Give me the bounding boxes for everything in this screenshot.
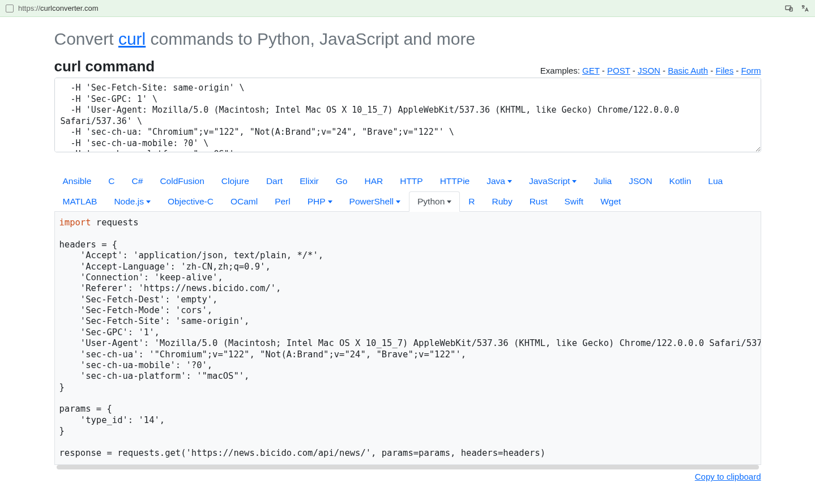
- tab-label: Perl: [275, 197, 291, 206]
- tab-label: R: [468, 197, 475, 206]
- tab-perl[interactable]: Perl: [266, 191, 299, 212]
- tab-http[interactable]: HTTP: [391, 171, 431, 191]
- tab-c-[interactable]: C#: [123, 171, 152, 191]
- tab-label: Go: [336, 176, 348, 186]
- browser-address-bar: https://curlconverter.com: [0, 0, 815, 17]
- tab-label: Wget: [600, 197, 621, 206]
- section-heading: curl command: [54, 58, 155, 75]
- url-scheme: https://: [18, 4, 40, 12]
- title-suffix: commands to Python, JavaScript and more: [146, 29, 475, 48]
- tab-label: OCaml: [231, 197, 258, 206]
- tab-wget[interactable]: Wget: [592, 191, 629, 212]
- tab-label: Objective-C: [168, 197, 214, 206]
- tab-label: HTTPie: [440, 176, 470, 186]
- tab-ansible[interactable]: Ansible: [54, 171, 100, 191]
- tab-ocaml[interactable]: OCaml: [222, 191, 266, 212]
- code-body: requests headers = { 'Accept': 'applicat…: [59, 217, 761, 458]
- tab-label: Lua: [708, 176, 723, 186]
- example-link-form[interactable]: Form: [741, 66, 761, 75]
- tab-java[interactable]: Java: [478, 171, 520, 191]
- example-link-json[interactable]: JSON: [638, 66, 660, 75]
- tab-label: PowerShell: [349, 197, 394, 206]
- example-link-post[interactable]: POST: [607, 66, 630, 75]
- tab-php[interactable]: PHP: [299, 191, 341, 212]
- examples-label: Examples:: [540, 66, 582, 75]
- tab-label: Elixir: [300, 176, 319, 186]
- tab-rust[interactable]: Rust: [521, 191, 556, 212]
- site-info-icon[interactable]: [6, 5, 14, 12]
- tab-swift[interactable]: Swift: [556, 191, 592, 212]
- tab-python[interactable]: Python: [409, 191, 460, 212]
- tab-label: C#: [132, 176, 143, 186]
- chevron-down-icon: [507, 180, 512, 183]
- tab-julia[interactable]: Julia: [585, 171, 620, 191]
- example-link-files[interactable]: Files: [715, 66, 733, 75]
- tab-dart[interactable]: Dart: [258, 171, 291, 191]
- language-tabs: AnsibleCC#ColdFusionClojureDartElixirGoH…: [54, 170, 761, 212]
- translate-icon[interactable]: [800, 4, 809, 13]
- tab-label: Kotlin: [669, 176, 692, 186]
- title-prefix: Convert: [54, 29, 118, 48]
- tab-c[interactable]: C: [100, 171, 123, 191]
- curl-input[interactable]: [54, 78, 761, 152]
- tab-label: Ruby: [492, 197, 512, 206]
- tab-label: HAR: [364, 176, 383, 186]
- tab-json[interactable]: JSON: [620, 171, 660, 191]
- generated-code[interactable]: import requests headers = { 'Accept': 'a…: [54, 212, 761, 465]
- tab-label: Node.js: [114, 197, 144, 206]
- page-title: Convert curl commands to Python, JavaScr…: [54, 29, 761, 49]
- tab-label: ColdFusion: [160, 176, 204, 186]
- tab-coldfusion[interactable]: ColdFusion: [151, 171, 212, 191]
- tab-label: Python: [417, 197, 445, 206]
- tab-label: Dart: [266, 176, 283, 186]
- tab-go[interactable]: Go: [327, 171, 356, 191]
- tab-label: Julia: [594, 176, 612, 186]
- tab-label: HTTP: [400, 176, 423, 186]
- tab-har[interactable]: HAR: [356, 171, 391, 191]
- chevron-down-icon: [328, 200, 332, 203]
- tab-label: Ansible: [63, 176, 92, 186]
- tab-label: C: [108, 176, 114, 186]
- copy-to-clipboard-link[interactable]: Copy to clipboard: [695, 472, 761, 481]
- chevron-down-icon: [146, 200, 151, 203]
- chevron-down-icon: [447, 200, 451, 203]
- example-link-basic-auth[interactable]: Basic Auth: [668, 66, 708, 75]
- tab-matlab[interactable]: MATLAB: [54, 191, 106, 212]
- example-link-get[interactable]: GET: [582, 66, 600, 75]
- horizontal-scrollbar[interactable]: [57, 465, 759, 469]
- tab-javascript[interactable]: JavaScript: [520, 171, 585, 191]
- chevron-down-icon: [396, 200, 400, 203]
- tab-lua[interactable]: Lua: [699, 171, 731, 191]
- tab-kotlin[interactable]: Kotlin: [661, 171, 700, 191]
- tab-ruby[interactable]: Ruby: [483, 191, 520, 212]
- tab-label: Swift: [565, 197, 584, 206]
- tab-node-js[interactable]: Node.js: [105, 191, 159, 212]
- tab-label: Java: [487, 176, 505, 186]
- chevron-down-icon: [572, 180, 577, 183]
- tab-label: Rust: [530, 197, 548, 206]
- tab-r[interactable]: R: [460, 191, 483, 212]
- tab-elixir[interactable]: Elixir: [291, 171, 327, 191]
- examples-row: Examples: GET - POST - JSON - Basic Auth…: [540, 66, 761, 75]
- devices-icon[interactable]: [784, 4, 793, 13]
- tab-httpie[interactable]: HTTPie: [432, 171, 479, 191]
- curl-link[interactable]: curl: [118, 29, 146, 48]
- tab-label: PHP: [308, 197, 326, 206]
- tab-objective-c[interactable]: Objective-C: [159, 191, 222, 212]
- tab-powershell[interactable]: PowerShell: [341, 191, 409, 212]
- code-keyword: import: [59, 217, 91, 228]
- tab-clojure[interactable]: Clojure: [213, 171, 258, 191]
- url-host[interactable]: curlconverter.com: [40, 4, 99, 12]
- tab-label: JavaScript: [529, 176, 570, 186]
- tab-label: MATLAB: [63, 197, 97, 206]
- tab-label: Clojure: [221, 176, 249, 186]
- tab-label: JSON: [629, 176, 652, 186]
